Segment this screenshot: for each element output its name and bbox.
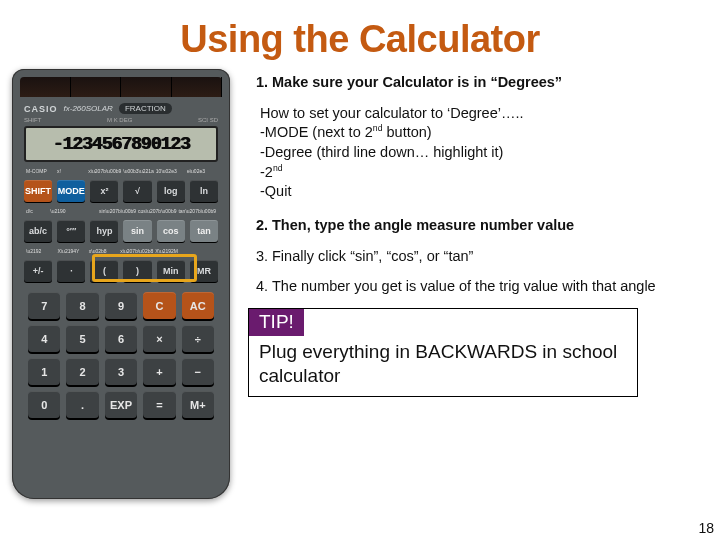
key-sin: sin xyxy=(123,220,151,242)
key-5: 5 xyxy=(66,325,98,352)
key-3: 3 xyxy=(105,358,137,385)
step-4: The number you get is value of the trig … xyxy=(272,277,708,296)
key-x2: x² xyxy=(90,180,118,202)
key-8: 8 xyxy=(66,292,98,319)
key-sqrt: √ xyxy=(123,180,151,202)
tip-badge: TIP! xyxy=(249,309,304,336)
step-list-cont: Then, type the angle measure number valu… xyxy=(248,216,708,297)
key-ln: ln xyxy=(190,180,218,202)
tip-box: TIP! Plug everything in BACKWARDS in sch… xyxy=(248,308,638,397)
function-row-1: SHIFT MODE x² √ log ln xyxy=(20,176,222,206)
step-1: Make sure your Calculator is in “Degrees… xyxy=(272,73,708,92)
tip-body: Plug everything in BACKWARDS in school c… xyxy=(249,336,637,396)
key-mplus: M+ xyxy=(182,391,214,418)
lcd-display: -1234567890123 xyxy=(24,126,218,162)
key-0: 0 xyxy=(28,391,60,418)
key-sub: − xyxy=(182,358,214,385)
key-lparen: ( xyxy=(90,260,118,282)
key-log: log xyxy=(157,180,185,202)
key-abc: ab/c xyxy=(24,220,52,242)
step-3: Finally click “sin”, “cos”, or “tan” xyxy=(272,247,708,266)
key-dot: . xyxy=(66,391,98,418)
howto-heading: How to set your calculator to ‘Degree’….… xyxy=(260,104,708,124)
fn-labels-2: d/c\u2190sin\u207b\u00b9cos\u207b\u00b9t… xyxy=(20,206,222,216)
key-1: 1 xyxy=(28,358,60,385)
solar-panel xyxy=(20,77,222,97)
key-mul: × xyxy=(143,325,175,352)
key-ac: AC xyxy=(182,292,214,319)
key-mr: MR xyxy=(190,260,218,282)
key-shift: SHIFT xyxy=(24,180,52,202)
key-div: ÷ xyxy=(182,325,214,352)
howto-line-2nd: -2nd xyxy=(260,163,708,183)
brand-casio: CASIO xyxy=(24,104,58,114)
key-7: 7 xyxy=(28,292,60,319)
brand-fraction: FRACTION xyxy=(119,103,172,114)
key-2: 2 xyxy=(66,358,98,385)
key-dms: °′″ xyxy=(57,220,85,242)
key-cos: cos xyxy=(157,220,185,242)
brand-row: CASIO fx-260SOLAR FRACTION xyxy=(20,101,222,116)
lcd-annunciators: SHIFTM K DEGSCI SD xyxy=(20,116,222,124)
key-hyp: hyp xyxy=(90,220,118,242)
key-4: 4 xyxy=(28,325,60,352)
brand-model: fx-260SOLAR xyxy=(64,104,113,113)
howto-block: How to set your calculator to ‘Degree’….… xyxy=(260,104,708,202)
howto-line-degree: -Degree (third line down… highlight it) xyxy=(260,143,708,163)
instructions: Make sure your Calculator is in “Degrees… xyxy=(248,69,708,499)
key-tan: tan xyxy=(190,220,218,242)
step-list: Make sure your Calculator is in “Degrees… xyxy=(248,73,708,92)
key-min: Min xyxy=(157,260,185,282)
key-eq: = xyxy=(143,391,175,418)
function-row-3: +/- ‧ ( ) Min MR xyxy=(20,256,222,286)
key-mode: MODE xyxy=(57,180,85,202)
key-9: 9 xyxy=(105,292,137,319)
howto-line-mode: -MODE (next to 2nd button) xyxy=(260,123,708,143)
function-row-2: ab/c °′″ hyp sin cos tan xyxy=(20,216,222,246)
key-add: + xyxy=(143,358,175,385)
key-rparen: ) xyxy=(123,260,151,282)
key-6: 6 xyxy=(105,325,137,352)
key-rcl: ‧ xyxy=(57,260,85,282)
page-number: 18 xyxy=(698,520,714,536)
fn-labels: M-COMPx!x\u207b\u00b9\u00b3\u221a10\u02e… xyxy=(20,166,222,176)
calculator-graphic: CASIO fx-260SOLAR FRACTION SHIFTM K DEGS… xyxy=(12,69,230,499)
step-2: Then, type the angle measure number valu… xyxy=(272,216,708,235)
key-neg: +/- xyxy=(24,260,52,282)
key-c: C xyxy=(143,292,175,319)
slide-title: Using the Calculator xyxy=(0,0,720,69)
howto-line-quit: -Quit xyxy=(260,182,708,202)
numpad: 7 8 9 C AC 4 5 6 × ÷ 1 2 3 + − 0 . EXP =… xyxy=(20,286,222,418)
fn-labels-3: \u2192X\u2194Yx\u02b8x\u207b\u02b8X\u219… xyxy=(20,246,222,256)
content-row: CASIO fx-260SOLAR FRACTION SHIFTM K DEGS… xyxy=(0,69,720,499)
key-exp: EXP xyxy=(105,391,137,418)
